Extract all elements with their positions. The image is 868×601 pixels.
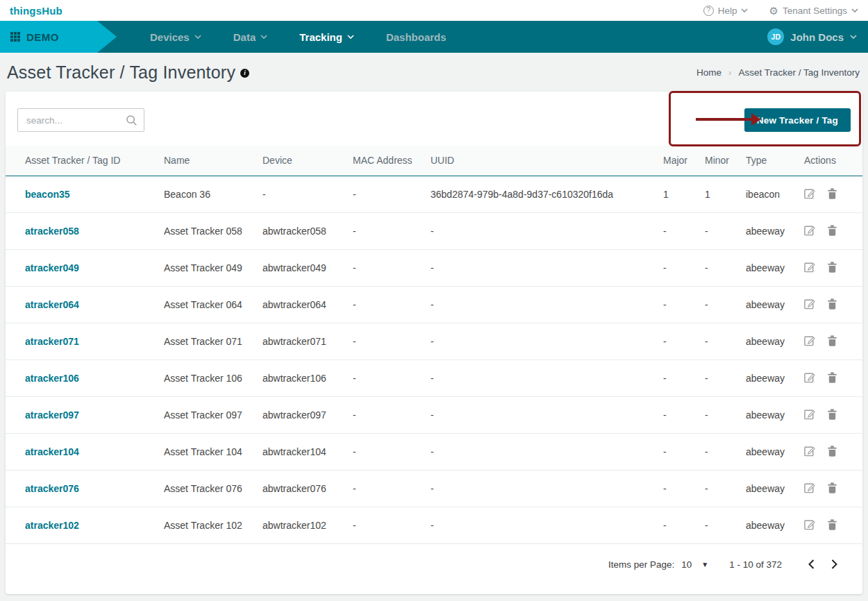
cell-major: - xyxy=(658,433,699,470)
cell-device: abwtracker097 xyxy=(257,396,347,433)
tracker-id-link[interactable]: atracker058 xyxy=(25,226,79,237)
cell-minor: 1 xyxy=(699,176,740,212)
col-header-device: Device xyxy=(257,146,347,176)
tracker-id-link[interactable]: atracker064 xyxy=(25,299,79,310)
cell-major: - xyxy=(658,359,699,396)
edit-button[interactable] xyxy=(804,335,816,348)
pagination: Items per Page: 10 ▼ 1 - 10 of 372 xyxy=(6,544,862,570)
tracker-id-link[interactable]: atracker049 xyxy=(25,262,79,273)
tracker-id-link[interactable]: atracker097 xyxy=(25,409,79,421)
table-row: atracker049 Asset Tracker 049 abwtracker… xyxy=(6,249,862,286)
top-utility-bar: thingsHub ? Help ⚙ Tenant Settings xyxy=(0,0,868,21)
cell-device: abwtracker106 xyxy=(257,359,347,396)
nav-item-dashboards[interactable]: Dashboards xyxy=(386,31,446,43)
edit-button[interactable] xyxy=(804,371,816,385)
caret-down-icon: ▼ xyxy=(701,561,708,568)
user-menu[interactable]: JD John Docs xyxy=(767,28,868,45)
delete-button[interactable] xyxy=(827,187,837,201)
previous-page-button[interactable] xyxy=(808,559,815,569)
delete-button[interactable] xyxy=(827,518,837,532)
trash-icon xyxy=(827,371,837,383)
cell-major: - xyxy=(658,323,699,359)
tenant-switcher[interactable]: DEMO xyxy=(0,21,117,53)
table-row: beacon35 Beacon 36 - - 36bd2874-979b-4a8… xyxy=(6,176,862,212)
trash-icon xyxy=(827,408,837,420)
edit-button[interactable] xyxy=(804,445,816,459)
cell-name: Asset Tracker 058 xyxy=(158,212,257,249)
cell-device: abwtracker076 xyxy=(257,470,347,507)
help-menu[interactable]: ? Help xyxy=(703,6,749,16)
edit-button[interactable] xyxy=(804,408,816,422)
items-per-page-value: 10 xyxy=(681,559,692,570)
info-icon[interactable]: i xyxy=(240,69,249,78)
edit-button[interactable] xyxy=(804,261,816,275)
items-per-page-select[interactable]: 10 ▼ xyxy=(681,559,708,570)
inventory-table: Asset Tracker / Tag ID Name Device MAC A… xyxy=(6,146,862,544)
tracker-id-link[interactable]: atracker102 xyxy=(25,520,79,531)
chevron-right-icon xyxy=(831,559,837,569)
tracker-id-link[interactable]: atracker104 xyxy=(25,446,79,457)
search-icon xyxy=(126,115,137,126)
col-header-uuid: UUID xyxy=(425,146,658,176)
edit-icon xyxy=(804,445,816,457)
table-row: atracker106 Asset Tracker 106 abwtracker… xyxy=(6,359,862,396)
trash-icon xyxy=(827,518,837,530)
edit-icon xyxy=(804,482,816,493)
table-row: atracker102 Asset Tracker 102 abwtracker… xyxy=(6,507,862,543)
nav-item-data[interactable]: Data xyxy=(233,31,268,43)
edit-button[interactable] xyxy=(804,187,816,201)
tracker-id-link[interactable]: atracker076 xyxy=(25,483,79,494)
delete-button[interactable] xyxy=(827,261,837,275)
edit-button[interactable] xyxy=(804,298,816,312)
cell-uuid: - xyxy=(425,212,658,249)
next-page-button[interactable] xyxy=(831,559,837,569)
delete-button[interactable] xyxy=(827,335,837,348)
new-tracker-button[interactable]: New Tracker / Tag xyxy=(744,108,851,132)
cell-mac: - xyxy=(347,359,425,396)
nav-item-devices[interactable]: Devices xyxy=(150,31,201,43)
table-row: atracker071 Asset Tracker 071 abwtracker… xyxy=(6,323,862,359)
nav-item-tracking[interactable]: Tracking xyxy=(299,31,354,43)
edit-button[interactable] xyxy=(804,482,816,496)
cell-minor: - xyxy=(699,286,740,323)
search-input[interactable] xyxy=(18,109,144,131)
page-title: Asset Tracker / Tag Inventory xyxy=(7,62,235,83)
delete-button[interactable] xyxy=(827,298,837,312)
delete-button[interactable] xyxy=(827,224,837,238)
tracker-id-link[interactable]: atracker106 xyxy=(25,373,79,384)
thingshub-logo[interactable]: thingsHub xyxy=(10,5,62,17)
cell-mac: - xyxy=(347,212,425,249)
delete-button[interactable] xyxy=(827,371,837,385)
col-header-actions: Actions xyxy=(799,146,862,176)
cell-minor: - xyxy=(699,396,740,433)
tracker-id-link[interactable]: atracker071 xyxy=(25,336,79,347)
breadcrumb-home[interactable]: Home xyxy=(696,67,721,78)
col-header-id: Asset Tracker / Tag ID xyxy=(6,146,158,176)
delete-button[interactable] xyxy=(827,408,837,422)
delete-button[interactable] xyxy=(827,482,837,496)
page-head: Asset Tracker / Tag Inventory i Home › A… xyxy=(0,53,868,92)
items-per-page-label: Items per Page: xyxy=(608,559,674,570)
cell-uuid: - xyxy=(425,396,658,433)
edit-icon xyxy=(804,518,816,530)
cell-name: Asset Tracker 071 xyxy=(158,323,257,359)
table-row: atracker064 Asset Tracker 064 abwtracker… xyxy=(6,286,862,323)
cell-major: - xyxy=(658,212,699,249)
trash-icon xyxy=(827,224,837,236)
edit-button[interactable] xyxy=(804,518,816,532)
col-header-type: Type xyxy=(740,146,799,176)
table-row: atracker104 Asset Tracker 104 abwtracker… xyxy=(6,433,862,470)
delete-button[interactable] xyxy=(827,445,837,459)
cell-type: abeeway xyxy=(740,433,799,470)
tracker-id-link[interactable]: beacon35 xyxy=(25,189,70,200)
pagination-range: 1 - 10 of 372 xyxy=(729,559,782,570)
table-row: atracker076 Asset Tracker 076 abwtracker… xyxy=(6,470,862,507)
edit-button[interactable] xyxy=(804,224,816,238)
cell-type: abeeway xyxy=(740,323,799,359)
edit-icon xyxy=(804,408,816,420)
tenant-settings-menu[interactable]: ⚙ Tenant Settings xyxy=(769,6,858,16)
chevron-down-icon xyxy=(741,8,748,12)
trash-icon xyxy=(827,445,837,457)
help-icon: ? xyxy=(703,6,714,16)
cell-type: ibeacon xyxy=(740,176,799,212)
